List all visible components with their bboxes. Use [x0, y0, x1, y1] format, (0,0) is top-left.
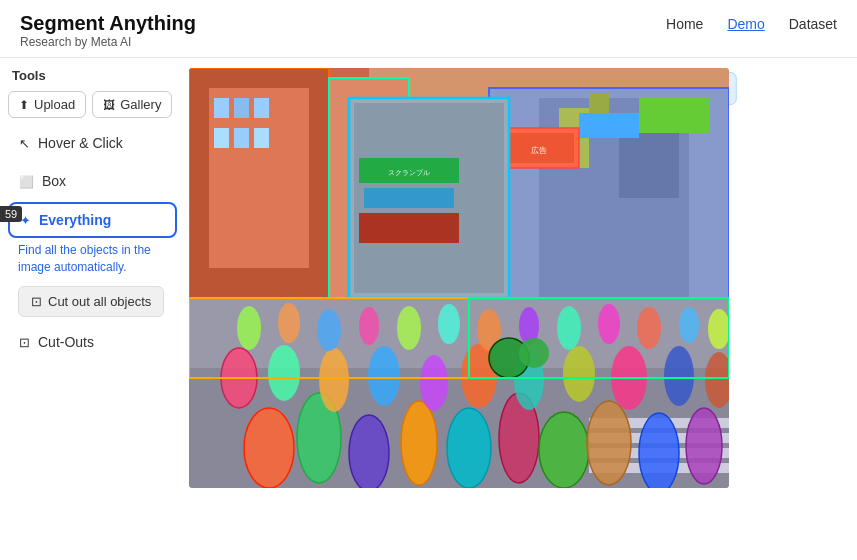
- svg-point-83: [708, 309, 729, 349]
- tool-box[interactable]: Box: [8, 164, 177, 198]
- nav-home[interactable]: Home: [666, 16, 703, 32]
- svg-point-72: [278, 303, 300, 343]
- svg-point-63: [368, 346, 400, 406]
- svg-text:スクランブル: スクランブル: [388, 169, 430, 176]
- tool-hover-click[interactable]: Hover & Click: [8, 126, 177, 160]
- header: Segment Anything Research by Meta AI Hom…: [0, 0, 857, 58]
- svg-point-81: [637, 307, 661, 349]
- tool-everything-description: Find all the objects in the image automa…: [8, 242, 177, 280]
- svg-point-86: [519, 338, 549, 368]
- cut-out-label: Cut out all objects: [48, 294, 151, 309]
- svg-rect-30: [364, 188, 454, 208]
- tools-label: Tools: [8, 68, 177, 83]
- svg-point-80: [598, 304, 620, 344]
- cut-out-all-button[interactable]: ⊡ Cut out all objects: [18, 286, 164, 317]
- tool-everything[interactable]: Everything: [8, 202, 177, 238]
- tool-hover-click-label: Hover & Click: [38, 135, 123, 151]
- gallery-button[interactable]: Gallery: [92, 91, 172, 118]
- badge-count: 59: [0, 206, 22, 222]
- nav-demo[interactable]: Demo: [727, 16, 764, 32]
- svg-rect-17: [214, 98, 229, 118]
- cutout-icon: [19, 334, 30, 350]
- tool-cut-outs[interactable]: Cut-Outs: [8, 325, 177, 359]
- svg-point-71: [237, 306, 261, 350]
- svg-point-75: [397, 306, 421, 350]
- svg-point-82: [679, 307, 699, 343]
- upload-button[interactable]: Upload: [8, 91, 86, 118]
- svg-point-73: [317, 309, 341, 351]
- app-title: Segment Anything: [20, 12, 196, 35]
- cursor-icon: [19, 135, 30, 151]
- svg-text:広告: 広告: [531, 146, 547, 155]
- svg-rect-20: [214, 128, 229, 148]
- svg-point-76: [438, 304, 460, 344]
- scene-svg: 広告: [189, 68, 729, 488]
- svg-rect-22: [254, 128, 269, 148]
- gallery-icon: [103, 97, 115, 112]
- upload-label: Upload: [34, 97, 75, 112]
- box-icon: [19, 173, 34, 189]
- svg-point-74: [359, 307, 379, 345]
- segmented-image[interactable]: 広告: [189, 68, 729, 488]
- svg-point-67: [563, 346, 595, 402]
- tool-box-label: Box: [42, 173, 66, 189]
- svg-point-79: [557, 306, 581, 350]
- image-area: 広告: [185, 58, 857, 560]
- upload-icon: [19, 97, 29, 112]
- svg-point-62: [319, 348, 349, 412]
- svg-rect-11: [639, 98, 709, 133]
- nav-dataset[interactable]: Dataset: [789, 16, 837, 32]
- svg-point-61: [268, 345, 300, 401]
- header-left: Segment Anything Research by Meta AI: [20, 12, 196, 49]
- svg-rect-18: [234, 98, 249, 118]
- svg-point-69: [664, 346, 694, 406]
- gallery-label: Gallery: [120, 97, 161, 112]
- svg-point-64: [420, 355, 448, 411]
- svg-rect-31: [359, 213, 459, 243]
- svg-rect-21: [234, 128, 249, 148]
- svg-rect-19: [254, 98, 269, 118]
- main-nav: Home Demo Dataset: [666, 12, 837, 32]
- main-content: Interested in learning more? Check out t…: [0, 58, 857, 560]
- svg-rect-10: [579, 113, 639, 138]
- upload-gallery-row: Upload Gallery: [8, 91, 177, 118]
- tool-cut-outs-label: Cut-Outs: [38, 334, 94, 350]
- sidebar: Tools 59 Upload Gallery Hover & Click Bo…: [0, 58, 185, 560]
- app-subtitle: Research by Meta AI: [20, 35, 196, 49]
- cut-out-icon: ⊡: [31, 294, 42, 309]
- tool-everything-label: Everything: [39, 212, 111, 228]
